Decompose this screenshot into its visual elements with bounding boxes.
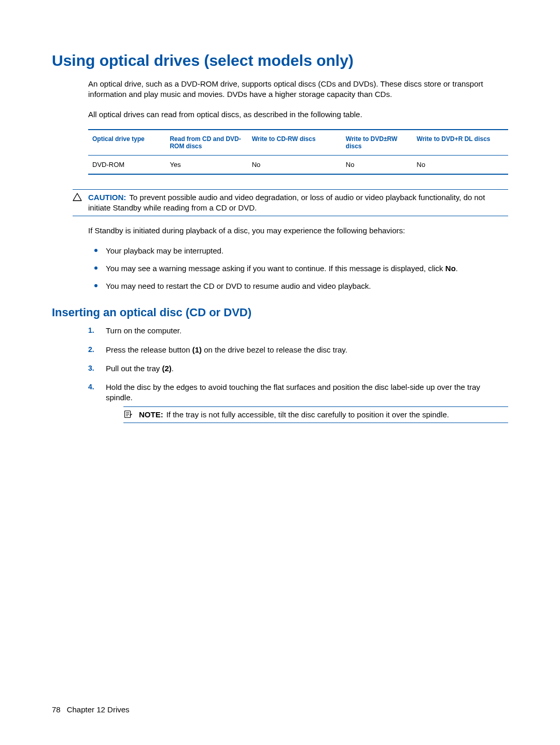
note-label: NOTE:	[139, 410, 166, 419]
note-icon	[123, 410, 139, 420]
table-header-cell: Write to DVD+R DL discs	[417, 135, 504, 150]
intro-paragraph-2: All optical drives can read from optical…	[88, 109, 508, 120]
table-header-cell: Write to DVD±RW discs	[346, 135, 417, 150]
svg-marker-0	[73, 193, 81, 201]
page-number: 78	[52, 705, 61, 714]
standby-intro: If Standby is initiated during playback …	[88, 226, 508, 236]
list-item: Press the release button (1) on the driv…	[88, 345, 508, 355]
heading-2: Inserting an optical disc (CD or DVD)	[52, 306, 508, 319]
callout-rule-bottom	[123, 423, 508, 423]
step-text: Hold the disc by the edges to avoid touc…	[106, 383, 480, 402]
table-cell: No	[252, 161, 346, 168]
table-header-cell: Optical drive type	[92, 135, 170, 150]
callout-rule-bottom	[73, 216, 508, 216]
table-rule-bottom	[88, 174, 508, 175]
note-body: If the tray is not fully accessible, til…	[166, 410, 449, 419]
caution-callout: CAUTION:To prevent possible audio and vi…	[73, 189, 508, 217]
note-callout: NOTE:If the tray is not fully accessible…	[123, 406, 508, 423]
step-strong: (1)	[192, 345, 202, 354]
table-header-cell: Read from CD and DVD-ROM discs	[170, 135, 251, 150]
list-text: You may see a warning message asking if …	[106, 264, 445, 273]
page: Using optical drives (select models only…	[0, 0, 560, 745]
caution-text: CAUTION:To prevent possible audio and vi…	[88, 192, 508, 214]
step-text: Press the release button	[106, 345, 192, 354]
body-3: Turn on the computer. Press the release …	[88, 326, 508, 423]
list-item: Hold the disc by the edges to avoid touc…	[88, 382, 508, 423]
step-text: on the drive bezel to release the disc t…	[202, 345, 347, 354]
caution-label: CAUTION:	[88, 193, 129, 202]
chapter-label: Chapter 12 Drives	[67, 705, 130, 714]
note-text: NOTE:If the tray is not fully accessible…	[139, 410, 508, 420]
list-strong: No	[445, 264, 456, 273]
list-text: .	[456, 264, 458, 273]
caution-icon	[73, 192, 88, 214]
list-item: You may see a warning message asking if …	[88, 263, 508, 274]
steps-list: Turn on the computer. Press the release …	[88, 326, 508, 423]
list-item: Turn on the computer.	[88, 326, 508, 336]
list-item: You may need to restart the CD or DVD to…	[88, 281, 508, 291]
page-footer: 78Chapter 12 Drives	[52, 705, 130, 714]
table-header-cell: Write to CD-RW discs	[252, 135, 346, 150]
standby-bullet-list: Your playback may be interrupted. You ma…	[88, 246, 508, 292]
table-header-row: Optical drive type Read from CD and DVD-…	[88, 130, 508, 155]
heading-1: Using optical drives (select models only…	[52, 52, 508, 69]
table-row: DVD-ROM Yes No No No	[88, 156, 508, 174]
table-cell: No	[346, 161, 417, 168]
step-strong: (2)	[162, 364, 171, 373]
list-item: Pull out the tray (2).	[88, 363, 508, 374]
body-2: If Standby is initiated during playback …	[88, 226, 508, 291]
body: An optical drive, such as a DVD-ROM driv…	[88, 79, 508, 175]
optical-drive-table: Optical drive type Read from CD and DVD-…	[88, 129, 508, 175]
table-cell: No	[417, 161, 504, 168]
step-text: .	[172, 364, 174, 373]
table-cell: DVD-ROM	[92, 161, 170, 168]
table-cell: Yes	[170, 161, 251, 168]
caution-body: To prevent possible audio and video degr…	[88, 193, 485, 212]
list-item: Your playback may be interrupted.	[88, 246, 508, 256]
intro-paragraph-1: An optical drive, such as a DVD-ROM driv…	[88, 79, 508, 100]
step-text: Pull out the tray	[106, 364, 162, 373]
